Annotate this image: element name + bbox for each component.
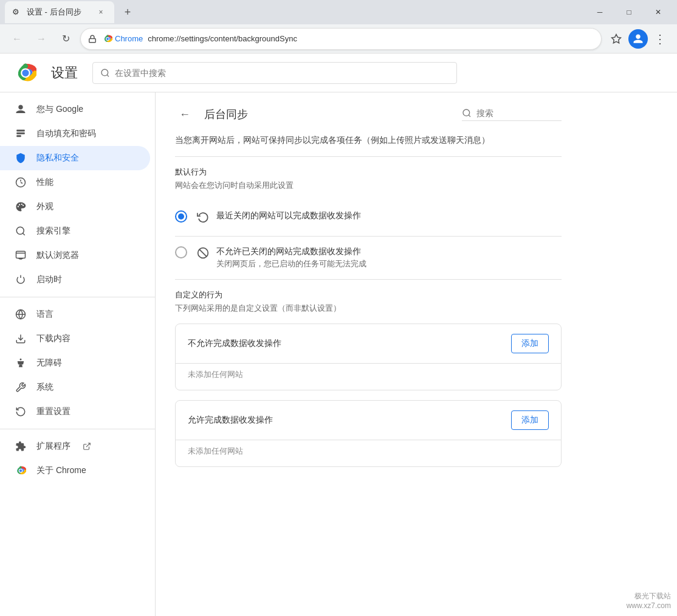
settings-search-input[interactable] <box>115 68 449 78</box>
allow-empty-text: 未添加任何网站 <box>188 441 243 460</box>
external-link-icon <box>83 442 91 451</box>
svg-point-9 <box>22 69 29 76</box>
power-icon <box>15 274 27 286</box>
sidebar-label-about: 关于 Chrome <box>36 465 86 476</box>
svg-line-29 <box>199 249 207 257</box>
svg-rect-17 <box>18 258 23 260</box>
radio-allow[interactable] <box>175 210 187 223</box>
title-bar-left: ⚙ 设置 - 后台同步 × + <box>5 1 136 23</box>
sidebar-divider-1 <box>0 297 155 297</box>
radio-allow-label: 最近关闭的网站可以完成数据收发操作 <box>216 210 361 221</box>
menu-button[interactable]: ⋮ <box>650 29 670 49</box>
sidebar-item-startup[interactable]: 启动时 <box>0 268 150 292</box>
nav-right-controls: ⋮ <box>607 29 670 49</box>
sidebar-item-default-browser[interactable]: 默认浏览器 <box>0 243 150 268</box>
sidebar-item-about[interactable]: 关于 Chrome <box>0 459 150 483</box>
settings-main-title: 设置 <box>51 64 78 82</box>
page-search-input[interactable] <box>476 108 562 118</box>
svg-point-4 <box>106 38 109 40</box>
address-bar[interactable]: Chrome chrome://settings/content/backgro… <box>80 28 602 50</box>
svg-point-21 <box>20 359 22 361</box>
sidebar-item-autofill[interactable]: 自动填充和密码 <box>0 122 150 146</box>
sidebar-item-privacy[interactable]: 隐私和安全 <box>0 146 150 170</box>
chrome-small-icon <box>15 465 27 477</box>
allow-add-button[interactable]: 添加 <box>511 410 549 430</box>
option-deny: 不允许已关闭的网站完成数据收发操作 关闭网页后，您已启动的任务可能无法完成 <box>156 237 581 279</box>
sidebar-label-default-browser: 默认浏览器 <box>36 250 79 261</box>
download-icon <box>15 333 27 345</box>
profile-button[interactable] <box>628 29 648 49</box>
back-button[interactable]: ← <box>175 105 194 124</box>
radio-allow-text: 最近关闭的网站可以完成数据收发操作 <box>216 210 361 221</box>
sidebar-label-search: 搜索引擎 <box>36 226 70 237</box>
sidebar-label-system: 系统 <box>36 382 53 393</box>
page-search-icon <box>462 108 472 118</box>
sync-icon <box>197 211 209 226</box>
deny-add-button[interactable]: 添加 <box>511 334 549 353</box>
default-behavior-subtitle: 网站会在您访问时自动采用此设置 <box>175 180 562 191</box>
settings-header: 设置 <box>0 54 677 92</box>
sidebar-label-performance: 性能 <box>36 177 53 188</box>
gauge-icon <box>15 176 27 189</box>
wrench-icon <box>15 381 27 393</box>
svg-point-15 <box>16 227 24 234</box>
sidebar-item-accessibility[interactable]: 无障碍 <box>0 351 150 375</box>
watermark-line1: 极光下载站 <box>627 591 671 601</box>
svg-marker-5 <box>612 34 621 43</box>
chrome-logo-icon <box>103 34 112 44</box>
watermark: 极光下载站 www.xz7.com <box>627 591 671 610</box>
person-icon <box>15 103 27 116</box>
search-icon <box>100 68 110 78</box>
allow-group-body: 未添加任何网站 <box>176 440 561 466</box>
back-button[interactable]: ← <box>7 29 27 49</box>
deny-group-body: 未添加任何网站 <box>176 363 561 390</box>
page-search-bar[interactable] <box>462 108 562 121</box>
url-text: chrome://settings/content/backgroundSync <box>148 34 594 43</box>
settings-search-bar[interactable] <box>92 62 457 84</box>
close-button[interactable]: ✕ <box>644 2 672 22</box>
radio-deny-content: 不允许已关闭的网站完成数据收发操作 关闭网页后，您已启动的任务可能无法完成 <box>197 246 562 269</box>
bookmark-button[interactable] <box>607 29 626 49</box>
svg-rect-16 <box>16 251 26 258</box>
sidebar-item-appearance[interactable]: 外观 <box>0 195 150 219</box>
sidebar-label-startup: 启动时 <box>36 274 62 285</box>
sidebar-item-search[interactable]: 搜索引擎 <box>0 219 150 243</box>
minimize-button[interactable]: ─ <box>586 2 614 22</box>
browser-icon <box>15 249 27 261</box>
radio-deny-sublabel: 关闭网页后，您已启动的任务可能无法完成 <box>216 258 366 269</box>
allow-group-header: 允许完成数据收发操作 添加 <box>176 401 561 440</box>
title-bar: ⚙ 设置 - 后台同步 × + ─ □ ✕ <box>0 0 677 24</box>
sidebar-item-extensions[interactable]: 扩展程序 <box>0 434 150 459</box>
watermark-line2: www.xz7.com <box>627 601 671 610</box>
sidebar-item-performance[interactable]: 性能 <box>0 170 150 195</box>
search-sidebar-icon <box>15 225 27 237</box>
sidebar-label-autofill: 自动填充和密码 <box>36 128 96 139</box>
default-behavior-title: 默认行为 <box>175 167 562 178</box>
new-tab-button[interactable]: + <box>119 4 136 21</box>
radio-deny-text: 不允许已关闭的网站完成数据收发操作 关闭网页后，您已启动的任务可能无法完成 <box>216 246 366 269</box>
forward-button[interactable]: → <box>32 29 51 49</box>
sidebar-item-language[interactable]: 语言 <box>0 302 150 327</box>
sidebar-item-download[interactable]: 下载内容 <box>0 327 150 351</box>
puzzle-icon <box>15 440 27 452</box>
maximize-button[interactable]: □ <box>615 2 643 22</box>
custom-behavior-subtitle: 下列网站采用的是自定义设置（而非默认设置） <box>175 303 562 314</box>
deny-permission-group: 不允许完成数据收发操作 添加 未添加任何网站 <box>175 324 562 390</box>
page-header: ← 后台同步 <box>156 92 581 129</box>
sidebar-divider-2 <box>0 429 155 429</box>
chrome-label: Chrome <box>115 34 143 43</box>
custom-behavior-section: 自定义的行为 下列网站采用的是自定义设置（而非默认设置） 不允许完成数据收发操作… <box>156 280 581 486</box>
reload-button[interactable]: ↻ <box>56 29 75 49</box>
option-allow: 最近关闭的网站可以完成数据收发操作 <box>156 201 581 236</box>
browser-tab[interactable]: ⚙ 设置 - 后台同步 × <box>5 1 114 23</box>
deny-empty-text: 未添加任何网站 <box>188 365 243 384</box>
deny-group-label: 不允许完成数据收发操作 <box>188 338 281 349</box>
radio-deny[interactable] <box>175 246 187 258</box>
sidebar-item-system[interactable]: 系统 <box>0 375 150 400</box>
tab-close-button[interactable]: × <box>95 6 107 18</box>
page-header-left: ← 后台同步 <box>175 105 248 124</box>
sidebar-item-reset[interactable]: 重置设置 <box>0 400 150 424</box>
globe-icon <box>15 308 27 320</box>
sidebar-item-google[interactable]: 您与 Google <box>0 97 150 122</box>
custom-behavior-title: 自定义的行为 <box>175 289 562 300</box>
